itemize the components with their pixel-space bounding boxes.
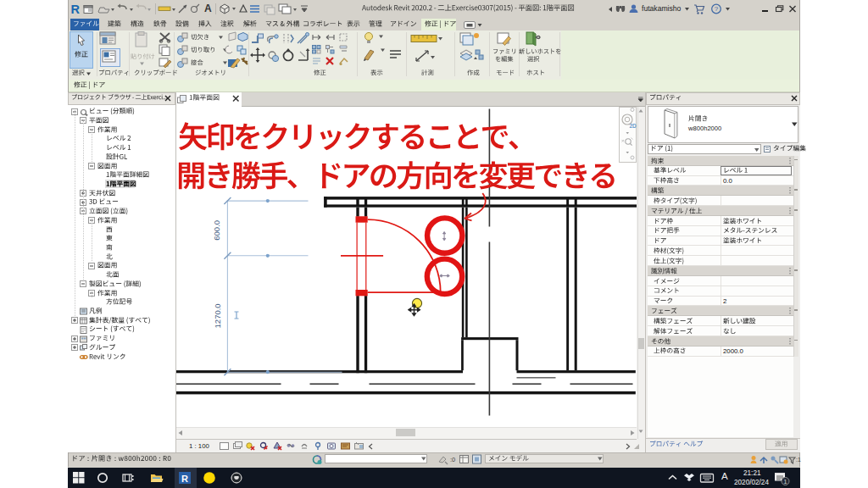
svg-text:R: R bbox=[181, 473, 188, 483]
svg-text:1270.0: 1270.0 bbox=[213, 303, 222, 328]
svg-text:2D: 2D bbox=[630, 123, 637, 129]
svg-text:1: 1 bbox=[784, 479, 787, 485]
svg-text:?: ? bbox=[715, 5, 719, 13]
svg-text:600.0: 600.0 bbox=[211, 219, 220, 240]
